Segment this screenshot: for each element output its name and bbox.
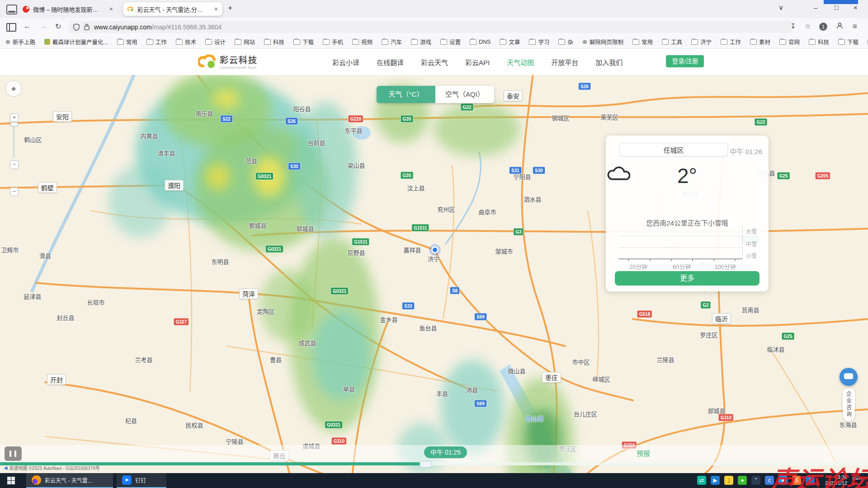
browser-tab-caiyun[interactable]: 彩云天气 - 天气雷达,分钟级天气 ×	[123, 2, 222, 16]
road-badge: G220	[348, 115, 363, 123]
bookmark-item[interactable]: 素材	[750, 38, 770, 46]
nav-join-us[interactable]: 加入我们	[595, 57, 623, 70]
zoom-out-button[interactable]: −	[10, 160, 19, 169]
folder-icon	[440, 39, 447, 45]
start-button-icon[interactable]	[7, 477, 15, 484]
nav-weather[interactable]: 彩云天气	[421, 57, 448, 70]
precip-message: 您西南24公里正在下小雪哦	[606, 218, 769, 227]
menu-hamburger-icon[interactable]: ≡	[853, 22, 857, 31]
road-badge: G35	[401, 172, 414, 179]
taskbar-app-dingtalk[interactable]: ➤ 钉钉	[117, 473, 166, 488]
bookmark-item[interactable]: 下载	[293, 38, 314, 46]
reload-icon[interactable]: ↻	[55, 22, 61, 31]
bookmark-item[interactable]: 网站	[235, 38, 255, 46]
banana-icon[interactable]: )	[724, 476, 733, 485]
nav-weather-map-active[interactable]: 天气动图	[507, 57, 534, 70]
lock-icon[interactable]	[84, 23, 90, 30]
bookmark-item[interactable]: 杂	[558, 38, 573, 46]
tracking-shield-icon[interactable]	[73, 23, 80, 31]
chat-bubble-icon[interactable]	[840, 368, 858, 386]
bookmark-item[interactable]: 常用	[117, 38, 137, 46]
quote-icon[interactable]: ”	[751, 476, 760, 485]
bookmark-item[interactable]: 汽车	[382, 38, 402, 46]
pointer-icon[interactable]: ▶	[711, 476, 720, 485]
save-page-icon[interactable]: ↧	[790, 22, 796, 30]
tab-close-icon[interactable]: ×	[214, 5, 218, 13]
chart-x-axis	[618, 258, 742, 259]
bookmark-star-icon[interactable]: ☆	[805, 22, 811, 30]
nav-api[interactable]: 彩云API	[465, 57, 490, 70]
location-search-input[interactable]	[619, 143, 728, 156]
bookmark-item[interactable]: 科技	[264, 38, 284, 46]
nav-translate[interactable]: 在线翻译	[377, 57, 404, 70]
bookmark-item[interactable]: ⊕解除网页限制	[582, 38, 623, 46]
bookmark-item[interactable]: 手机	[323, 38, 343, 46]
sidebar-toggle-icon[interactable]	[6, 23, 16, 32]
compass-icon[interactable]: ◆	[5, 80, 22, 97]
chart-xlabel-100: 100分钟	[714, 262, 736, 271]
close-button[interactable]: ×	[854, 4, 858, 11]
weather-radar-map[interactable]: 安阳鹤山区鹤壁濮阳南乐县内黄县清丰县范县阳谷县台前县东平县梁山县汶上县宁阳县泰安…	[0, 75, 868, 473]
folder-icon	[293, 39, 300, 45]
zoom-slider-track[interactable]	[13, 122, 14, 158]
forward-icon[interactable]: →	[40, 22, 47, 30]
chart-tick	[713, 259, 714, 261]
bookmark-item[interactable]: 视频	[352, 38, 373, 46]
bookmark-item[interactable]: 常用	[632, 38, 653, 46]
bookmark-item[interactable]: 工作	[721, 38, 741, 46]
map-city-label: 曲阜市	[478, 207, 496, 216]
list-tabs-chevron-icon[interactable]: ∨	[778, 4, 783, 12]
maximize-button[interactable]: □	[835, 4, 839, 11]
bookmark-item[interactable]: 工具	[662, 38, 682, 46]
pause-button[interactable]	[5, 446, 22, 461]
bookmark-item[interactable]: 济宁	[691, 38, 712, 46]
taskbar-app-firefox[interactable]: 彩云天气 - 天气雷...	[26, 473, 113, 488]
login-register-button[interactable]: 登录/注册	[666, 55, 704, 67]
bookmark-item[interactable]: 官网	[779, 38, 800, 46]
bookmark-item[interactable]: ⊕新手上路	[5, 38, 35, 46]
bookmark-item[interactable]: 设置	[440, 38, 461, 46]
radar-blob	[206, 163, 231, 190]
bookmark-label: 下载	[302, 38, 314, 46]
timeline-progress-handle[interactable]	[420, 461, 432, 468]
extension-badge[interactable]: 1	[819, 23, 827, 31]
sync-icon[interactable]: ⇄	[697, 476, 706, 485]
location-marker[interactable]	[429, 244, 441, 256]
url-bar[interactable]: www.caiyunapp.com/map/#116.5968,35.3604	[69, 21, 792, 33]
consult-label[interactable]: 企业咨询	[843, 388, 855, 421]
back-icon[interactable]: ←	[24, 22, 31, 30]
firefox-view-icon[interactable]	[6, 5, 17, 14]
minimize-button[interactable]: –	[814, 4, 817, 11]
bookmark-item[interactable]: DNS	[470, 39, 491, 45]
bookmark-item[interactable]: 技术	[176, 38, 196, 46]
map-city-label: 巨野县	[347, 248, 365, 257]
nav-open-platform[interactable]: 开放平台	[551, 57, 578, 70]
tab-close-icon[interactable]: ×	[109, 5, 113, 13]
bookmark-item[interactable]: 科技	[809, 38, 829, 46]
wechat-icon[interactable]: ●	[738, 476, 747, 485]
bookmark-item[interactable]: 设计	[205, 38, 226, 46]
account-icon[interactable]	[836, 22, 843, 30]
consult-widget[interactable]: 企业咨询	[839, 368, 858, 423]
bookmark-item[interactable]: 文章	[500, 38, 520, 46]
folder-icon	[470, 39, 476, 45]
nav-xiaoyi[interactable]: 彩云小译	[332, 57, 359, 70]
toggle-weather-button[interactable]: 天气（°C）	[377, 86, 435, 103]
zoom-in-button[interactable]: +	[10, 113, 19, 122]
new-tab-button[interactable]: +	[228, 4, 233, 13]
bookmark-item[interactable]: 下载	[838, 38, 859, 46]
site-header: 彩云科技 ColorfulClouds Tech. 彩云小译 在线翻译 彩云天气…	[0, 49, 868, 75]
collapse-control-button[interactable]: −	[10, 188, 19, 196]
bookmark-item[interactable]: 工作	[146, 38, 167, 46]
more-button[interactable]: 更多	[615, 271, 760, 286]
bookmark-item[interactable]: 学习	[529, 38, 549, 46]
bookmark-item[interactable]: 戴森球计划量产量化...	[44, 38, 108, 46]
bookmark-item[interactable]: 游戏	[411, 38, 431, 46]
forecast-label[interactable]: 预报	[637, 448, 650, 458]
browser-tab-weibo[interactable]: 微博 – 随时随地发现新鲜事 ×	[18, 2, 118, 16]
toggle-air-button[interactable]: 空气（AQI）	[435, 86, 494, 103]
folder-icon	[691, 39, 698, 45]
site-logo[interactable]: 彩云科技 ColorfulClouds Tech.	[198, 53, 258, 70]
road-badge: G0321	[325, 421, 343, 429]
zoom-slider-handle[interactable]	[10, 122, 18, 127]
